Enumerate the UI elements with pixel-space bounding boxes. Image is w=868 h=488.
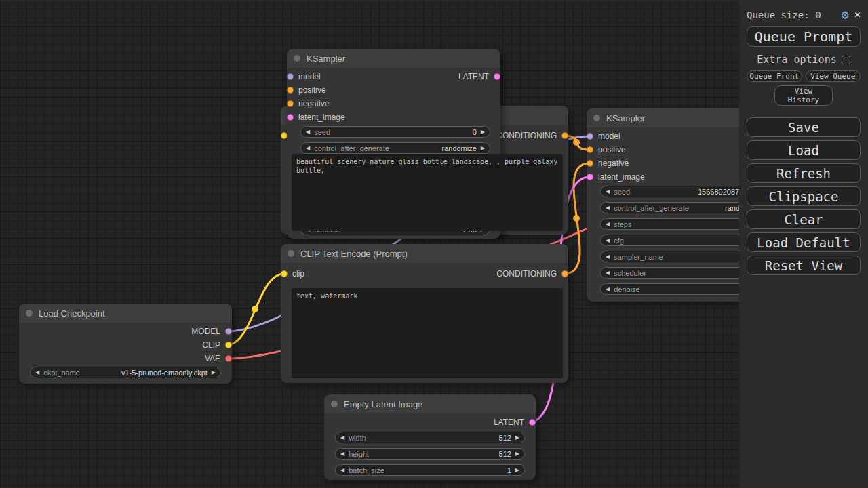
- port-label: CONDITIONING: [496, 269, 557, 279]
- prev-option-arrow-icon[interactable]: ◀: [35, 369, 39, 375]
- node-empty-latent-image[interactable]: Empty Latent Image LATENT ◀ width 512 ▶ …: [324, 394, 536, 480]
- input-port-negative[interactable]: negative: [587, 157, 629, 170]
- close-menu-icon[interactable]: ✕: [854, 9, 861, 20]
- decrement-arrow-icon[interactable]: ◀: [606, 205, 610, 211]
- input-port-latent-image[interactable]: latent_image: [587, 170, 645, 184]
- increment-arrow-icon[interactable]: ▶: [481, 129, 485, 135]
- port-dot-conditioning[interactable]: [561, 132, 568, 139]
- load-default-button[interactable]: Load Default: [747, 232, 861, 252]
- node-title-bar[interactable]: Load Checkpoint: [19, 304, 232, 323]
- port-dot-model[interactable]: [587, 133, 593, 140]
- port-label: latent_image: [598, 172, 645, 182]
- collapse-dot-icon[interactable]: [331, 401, 338, 407]
- widget-ckpt-name[interactable]: ◀ ckpt_name v1-5-pruned-emaonly.ckpt ▶: [30, 367, 221, 378]
- port-dot-conditioning[interactable]: [561, 270, 568, 277]
- port-dot-model[interactable]: [287, 73, 294, 80]
- collapse-dot-icon[interactable]: [26, 310, 33, 317]
- port-dot-latent[interactable]: [494, 73, 500, 80]
- port-dot-latent-image[interactable]: [587, 174, 593, 180]
- view-queue-button[interactable]: View Queue: [806, 70, 861, 82]
- output-port-conditioning[interactable]: CONDITIONING: [496, 129, 568, 142]
- output-port-conditioning[interactable]: CONDITIONING: [496, 267, 568, 281]
- clipspace-button[interactable]: Clipspace: [747, 186, 861, 206]
- link-midpoint-dot: [573, 215, 580, 222]
- port-label: LATENT: [458, 72, 489, 81]
- widget-batch-size[interactable]: ◀ batch_size 1 ▶: [335, 464, 525, 476]
- view-history-button[interactable]: View History: [774, 85, 833, 106]
- graph-canvas[interactable]: CLIP Text Encode (Prompt) clip CONDITION…: [0, 0, 739, 488]
- refresh-button[interactable]: Refresh: [747, 163, 861, 183]
- collapse-dot-icon[interactable]: [593, 115, 600, 121]
- port-dot-vae[interactable]: [225, 355, 232, 362]
- port-dot-negative[interactable]: [287, 100, 294, 107]
- port-dot-clip[interactable]: [281, 270, 288, 277]
- widget-height[interactable]: ◀ height 512 ▶: [335, 448, 525, 460]
- decrement-arrow-icon[interactable]: ◀: [340, 434, 344, 441]
- decrement-arrow-icon[interactable]: ◀: [340, 467, 344, 473]
- port-label: model: [298, 72, 321, 81]
- decrement-arrow-icon[interactable]: ◀: [306, 145, 310, 151]
- settings-gear-icon[interactable]: ⚙: [842, 8, 849, 21]
- queue-size-label: Queue size: 0: [747, 9, 836, 20]
- input-port-positive[interactable]: positive: [587, 143, 626, 157]
- widget-seed[interactable]: ◀ seed 0 ▶: [300, 126, 490, 138]
- port-dot-positive[interactable]: [587, 146, 593, 153]
- increment-arrow-icon[interactable]: ▶: [515, 467, 519, 473]
- port-label: CONDITIONING: [496, 131, 557, 140]
- output-port-latent[interactable]: LATENT: [494, 415, 536, 429]
- port-dot-clip[interactable]: [225, 342, 232, 348]
- decrement-arrow-icon[interactable]: ◀: [606, 188, 610, 195]
- port-dot-latent[interactable]: [529, 419, 536, 426]
- widget-control-after-generate[interactable]: ◀ control_after_generate randomize ▶: [300, 142, 490, 154]
- node-load-checkpoint[interactable]: Load Checkpoint MODEL CLIP VAE ◀ ckpt_na…: [19, 304, 232, 384]
- queue-prompt-button[interactable]: Queue Prompt: [747, 26, 861, 47]
- node-title: CLIP Text Encode (Prompt): [300, 249, 408, 259]
- decrement-arrow-icon[interactable]: ◀: [306, 129, 310, 135]
- extra-options-checkbox[interactable]: [842, 56, 850, 64]
- decrement-arrow-icon[interactable]: ◀: [606, 237, 610, 243]
- node-title-bar[interactable]: Empty Latent Image: [324, 394, 536, 413]
- widget-width[interactable]: ◀ width 512 ▶: [335, 432, 525, 443]
- clear-button[interactable]: Clear: [747, 209, 861, 229]
- increment-arrow-icon[interactable]: ▶: [515, 451, 519, 457]
- input-port-latent-image[interactable]: latent_image: [287, 110, 345, 124]
- port-dot-negative[interactable]: [587, 160, 593, 167]
- decrement-arrow-icon[interactable]: ◀: [606, 253, 610, 260]
- increment-arrow-icon[interactable]: ▶: [515, 434, 519, 441]
- port-dot-positive[interactable]: [287, 87, 294, 94]
- port-label: model: [598, 131, 620, 141]
- canvas-top-border: [0, 0, 739, 1]
- load-button[interactable]: Load: [747, 140, 861, 160]
- collapse-dot-icon[interactable]: [294, 55, 300, 62]
- input-port-model[interactable]: model: [587, 129, 620, 143]
- decrement-arrow-icon[interactable]: ◀: [606, 221, 610, 227]
- input-port-positive[interactable]: positive: [287, 83, 326, 97]
- port-dot-latent-image[interactable]: [287, 114, 294, 121]
- decrement-arrow-icon[interactable]: ◀: [340, 451, 344, 457]
- negative-prompt-textarea[interactable]: text, watermark: [292, 288, 563, 378]
- link-midpoint-dot: [252, 306, 258, 312]
- decrement-arrow-icon[interactable]: ◀: [606, 270, 610, 276]
- collapse-dot-icon[interactable]: [288, 250, 294, 257]
- comfy-menu: Queue size: 0 ⚙ ✕ Queue Prompt Extra opt…: [739, 0, 868, 488]
- node-title-bar[interactable]: CLIP Text Encode (Prompt): [281, 244, 568, 263]
- reset-view-button[interactable]: Reset View: [747, 256, 861, 275]
- node-title-bar[interactable]: KSampler: [287, 49, 500, 68]
- input-port-clip[interactable]: clip: [281, 267, 304, 281]
- node-title: Empty Latent Image: [344, 399, 422, 409]
- port-dot-model[interactable]: [225, 328, 232, 335]
- output-port-latent[interactable]: LATENT: [458, 70, 500, 83]
- positive-prompt-textarea[interactable]: beautiful scenery nature glass bottle la…: [292, 154, 563, 231]
- output-port-vae[interactable]: VAE: [205, 352, 232, 365]
- port-label: clip: [292, 269, 304, 279]
- input-port-negative[interactable]: negative: [287, 97, 329, 110]
- output-port-clip[interactable]: CLIP: [202, 338, 232, 352]
- port-label: latent_image: [298, 113, 345, 122]
- save-button[interactable]: Save: [747, 117, 861, 137]
- input-port-model[interactable]: model: [287, 70, 321, 83]
- increment-arrow-icon[interactable]: ▶: [481, 145, 485, 151]
- queue-front-button[interactable]: Queue Front: [747, 70, 802, 82]
- decrement-arrow-icon[interactable]: ◀: [606, 286, 610, 292]
- output-port-model[interactable]: MODEL: [191, 325, 232, 338]
- next-option-arrow-icon[interactable]: ▶: [212, 369, 216, 375]
